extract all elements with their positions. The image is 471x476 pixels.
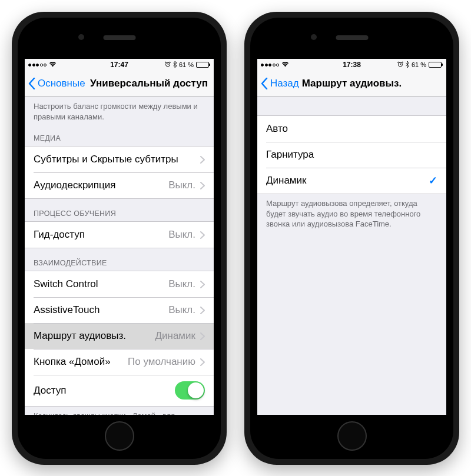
bluetooth-icon (173, 61, 177, 69)
status-left (261, 61, 289, 68)
cell-label: Кнопка «Домой» (34, 356, 111, 368)
reachability-footnote: Коснитесь дважды кнопки «Домой» для полу… (25, 407, 214, 415)
cell-label: Авто (266, 123, 288, 135)
nav-title: Универсальный доступ (90, 78, 208, 89)
cell-value: Выкл. (168, 278, 195, 290)
phone-left: 17:47 61 % Основные (12, 12, 227, 465)
nav-back-label: Основные (38, 78, 85, 89)
chevron-left-icon (261, 78, 268, 89)
front-camera (311, 34, 317, 40)
status-bar: 17:47 61 % (25, 59, 214, 71)
battery-percent: 61 % (179, 61, 194, 68)
wifi-icon (49, 61, 57, 68)
status-time: 17:38 (343, 61, 361, 69)
cell-label: AssistiveTouch (34, 304, 99, 316)
cell-audio-description[interactable]: Аудиодескрипция Выкл. (25, 172, 214, 198)
home-button[interactable] (337, 421, 367, 451)
svg-line-4 (170, 62, 171, 63)
cell-label: Динамик (266, 175, 306, 187)
phone-bezel: 17:47 61 % Основные (18, 18, 221, 459)
settings-content[interactable]: Авто Гарнитура Динамик ✓ Маршрут аудиовы… (257, 96, 446, 415)
battery-icon (196, 62, 210, 68)
cell-home-button[interactable]: Кнопка «Домой» По умолчанию (25, 349, 214, 375)
earpiece (103, 35, 135, 40)
alarm-icon (397, 61, 403, 68)
screen-right: 17:38 61 % Назад (257, 59, 446, 415)
section-header-learning: ПРОЦЕСС ОБУЧЕНИЯ (25, 199, 214, 221)
nav-bar: Основные Универсальный доступ (25, 71, 214, 96)
cell-value: По умолчанию (128, 356, 195, 368)
chevron-right-icon (200, 182, 205, 189)
status-bar: 17:38 61 % (257, 59, 446, 71)
cell-option-headset[interactable]: Гарнитура (257, 142, 446, 168)
settings-content[interactable]: Настроить баланс громкости между левыми … (25, 96, 214, 415)
cell-option-speaker[interactable]: Динамик ✓ (257, 168, 446, 194)
cell-label: Гарнитура (266, 149, 314, 161)
cell-label: Доступ (34, 385, 66, 397)
bluetooth-icon (406, 61, 409, 69)
cell-assistive-touch[interactable]: AssistiveTouch Выкл. (25, 297, 214, 323)
nav-back-label: Назад (270, 78, 299, 89)
cell-value: Выкл. (168, 179, 195, 191)
front-camera (78, 34, 84, 40)
section-header-interaction: ВЗАИМОДЕЙСТВИЕ (25, 248, 214, 271)
signal-icon (28, 64, 47, 66)
phone-right: 17:38 61 % Назад (244, 12, 459, 465)
cell-value: Выкл. (168, 229, 195, 241)
cell-subtitles[interactable]: Субтитры и Скрытые субтитры (25, 147, 214, 172)
cell-label: Аудиодескрипция (34, 179, 116, 191)
svg-line-2 (168, 65, 169, 65)
chevron-right-icon (200, 231, 205, 239)
svg-line-7 (400, 65, 402, 65)
nav-title: Маршрут аудиовыз. (302, 78, 402, 89)
cell-label: Маршрут аудиовыз. (34, 330, 126, 342)
cell-label: Гид-доступ (34, 229, 85, 241)
battery-percent: 61 % (412, 61, 426, 68)
learning-group: Гид-доступ Выкл. (25, 221, 214, 248)
cell-label: Switch Control (34, 278, 98, 290)
status-time: 17:47 (110, 61, 128, 69)
routing-options-group: Авто Гарнитура Динамик ✓ (257, 115, 446, 194)
cell-reachability: Доступ (25, 375, 214, 406)
cell-call-audio-routing[interactable]: Маршрут аудиовыз. Динамик (25, 323, 214, 349)
screen-left: 17:47 61 % Основные (25, 59, 214, 415)
svg-line-9 (402, 62, 403, 63)
cell-guided-access[interactable]: Гид-доступ Выкл. (25, 222, 214, 248)
status-right: 61 % (165, 61, 210, 69)
chevron-right-icon (200, 281, 205, 288)
nav-bar: Назад Маршрут аудиовыз. (257, 71, 446, 96)
media-group: Субтитры и Скрытые субтитры Аудиодескрип… (25, 146, 214, 199)
signal-icon (261, 64, 279, 66)
cell-label: Субтитры и Скрытые субтитры (34, 154, 178, 165)
status-left (28, 61, 57, 68)
cell-value: Динамик (155, 330, 195, 342)
chevron-left-icon (28, 78, 35, 89)
nav-back-button[interactable]: Основные (28, 78, 85, 89)
chevron-right-icon (200, 307, 205, 314)
chevron-right-icon (200, 358, 205, 366)
cell-option-auto[interactable]: Авто (257, 116, 446, 142)
battery-icon (429, 62, 443, 68)
reachability-toggle[interactable] (175, 381, 205, 400)
home-button[interactable] (105, 421, 134, 451)
alarm-icon (165, 61, 171, 68)
cell-value: Выкл. (168, 304, 195, 316)
section-header-media: МЕДИА (25, 126, 214, 146)
balance-note: Настроить баланс громкости между левыми … (25, 96, 214, 126)
routing-footnote: Маршрут аудиовызова определяет, откуда б… (257, 194, 446, 234)
interaction-group: Switch Control Выкл. AssistiveTouch Выкл… (25, 271, 214, 407)
chevron-right-icon (200, 156, 205, 164)
wifi-icon (281, 61, 289, 68)
chevron-right-icon (200, 332, 205, 340)
nav-back-button[interactable]: Назад (261, 78, 299, 89)
phone-bezel: 17:38 61 % Назад (250, 18, 453, 459)
checkmark-icon: ✓ (429, 174, 437, 187)
svg-line-3 (165, 62, 166, 63)
earpiece (336, 35, 368, 40)
svg-line-8 (397, 62, 399, 63)
cell-switch-control[interactable]: Switch Control Выкл. (25, 271, 214, 297)
status-right: 61 % (397, 61, 443, 69)
